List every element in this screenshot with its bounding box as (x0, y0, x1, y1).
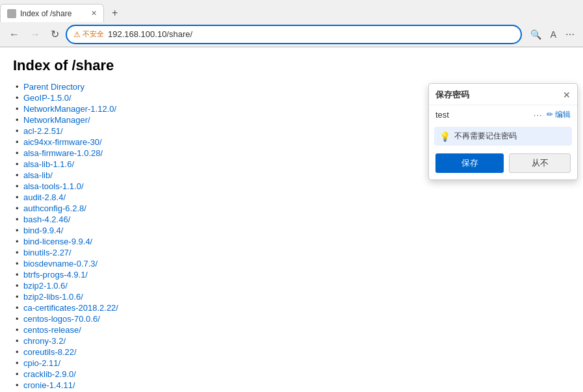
file-link[interactable]: coreutils-8.22/ (23, 347, 77, 357)
browser-menu-button[interactable]: ⋯ (562, 28, 578, 41)
file-link[interactable]: alsa-firmware-1.0.28/ (23, 148, 103, 158)
page-content: Index of /share Parent DirectoryGeoIP-1.… (0, 47, 583, 392)
popup-more-button[interactable]: ··· (534, 110, 543, 120)
file-link[interactable]: ca-certificates-2018.2.22/ (23, 303, 118, 313)
popup-reminder-text: 不再需要记住密码 (454, 131, 517, 142)
reload-button[interactable]: ↻ (47, 27, 63, 42)
list-item: bash-4.2.46/ (13, 215, 570, 224)
search-icon-button[interactable]: 🔍 (527, 28, 545, 41)
file-link[interactable]: audit-2.8.4/ (23, 192, 66, 202)
address-bar[interactable]: ⚠ 不安全 (66, 25, 522, 44)
file-link[interactable]: bzip2-1.0.6/ (23, 281, 68, 291)
back-button[interactable]: ← (5, 27, 23, 42)
popup-close-button[interactable]: ✕ (563, 90, 571, 100)
tab-title: Index of /share (20, 9, 87, 18)
lightbulb-icon: 💡 (439, 131, 450, 142)
list-item: bind-9.9.4/ (13, 226, 570, 235)
file-link[interactable]: GeoIP-1.5.0/ (23, 93, 71, 103)
list-item: binutils-2.27/ (13, 248, 570, 257)
file-link[interactable]: cracklib-2.9.0/ (23, 369, 76, 379)
file-link[interactable]: alsa-lib-1.1.6/ (23, 159, 74, 169)
list-item: ca-certificates-2018.2.22/ (13, 303, 570, 313)
save-password-popup: 保存密码 ✕ test ··· ✏ 编辑 💡 不再需要记住密码 保存 从不 (428, 83, 578, 180)
file-link[interactable]: NetworkManager/ (23, 115, 90, 125)
file-link[interactable]: alsa-lib/ (23, 170, 53, 180)
file-link[interactable]: Parent Directory (23, 82, 84, 92)
save-password-button[interactable]: 保存 (435, 153, 504, 173)
list-item: bind-license-9.9.4/ (13, 237, 570, 246)
list-item: audit-2.8.4/ (13, 192, 570, 202)
security-warning: ⚠ 不安全 (73, 29, 104, 39)
list-item: centos-release/ (13, 325, 570, 335)
read-aloud-button[interactable]: A (547, 28, 560, 41)
nav-bar: ← → ↻ ⚠ 不安全 🔍 A ⋯ (0, 22, 583, 47)
file-link[interactable]: bind-9.9.4/ (23, 226, 63, 235)
address-input[interactable] (108, 29, 514, 39)
popup-title: 保存密码 (435, 89, 469, 101)
popup-edit-button[interactable]: ✏ 编辑 (547, 109, 571, 120)
list-item: biosdevname-0.7.3/ (13, 259, 570, 268)
list-item: btrfs-progs-4.9.1/ (13, 270, 570, 280)
security-text: 不安全 (83, 29, 104, 39)
popup-user-row: test ··· ✏ 编辑 (429, 105, 577, 124)
popup-actions: 保存 从不 (429, 148, 577, 179)
file-link[interactable]: biosdevname-0.7.3/ (23, 259, 97, 268)
never-save-button[interactable]: 从不 (509, 153, 571, 173)
warning-icon: ⚠ (73, 30, 81, 39)
popup-username: test (435, 110, 530, 120)
list-item: cracklib-2.9.0/ (13, 369, 570, 379)
page-title: Index of /share (13, 57, 570, 74)
list-item: bzip2-1.0.6/ (13, 281, 570, 291)
tab-close-button[interactable]: ✕ (91, 9, 97, 18)
tab-favicon (7, 9, 16, 18)
file-link[interactable]: acl-2.2.51/ (23, 126, 63, 136)
popup-header: 保存密码 ✕ (429, 84, 577, 105)
forward-button[interactable]: → (26, 27, 44, 42)
nav-icons: 🔍 A ⋯ (527, 28, 578, 41)
list-item: bzip2-libs-1.0.6/ (13, 292, 570, 302)
browser-chrome: Index of /share ✕ + ← → ↻ ⚠ 不安全 🔍 A ⋯ (0, 0, 583, 47)
list-item: authconfig-6.2.8/ (13, 203, 570, 213)
file-link[interactable]: chrony-3.2/ (23, 336, 66, 346)
file-link[interactable]: alsa-tools-1.1.0/ (23, 181, 84, 191)
list-item: coreutils-8.22/ (13, 347, 570, 357)
file-link[interactable]: bash-4.2.46/ (23, 215, 70, 224)
file-link[interactable]: NetworkManager-1.12.0/ (23, 104, 116, 114)
list-item: alsa-tools-1.1.0/ (13, 181, 570, 191)
file-link[interactable]: cpio-2.11/ (23, 358, 60, 368)
file-link[interactable]: binutils-2.27/ (23, 248, 71, 257)
active-tab[interactable]: Index of /share ✕ (0, 4, 104, 22)
file-link[interactable]: authconfig-6.2.8/ (23, 203, 86, 213)
list-item: cronie-1.4.11/ (13, 380, 570, 390)
file-link[interactable]: centos-logos-70.0.6/ (23, 314, 100, 324)
tab-bar: Index of /share ✕ + (0, 0, 583, 22)
list-item: centos-logos-70.0.6/ (13, 314, 570, 324)
popup-reminder: 💡 不再需要记住密码 (434, 127, 572, 146)
file-link[interactable]: bzip2-libs-1.0.6/ (23, 292, 83, 302)
new-tab-button[interactable]: + (107, 7, 123, 19)
file-link[interactable]: centos-release/ (23, 325, 81, 335)
list-item: cpio-2.11/ (13, 358, 570, 368)
file-link[interactable]: aic94xx-firmware-30/ (23, 137, 102, 147)
file-link[interactable]: btrfs-progs-4.9.1/ (23, 270, 88, 280)
list-item: chrony-3.2/ (13, 336, 570, 346)
file-link[interactable]: bind-license-9.9.4/ (23, 237, 92, 246)
file-link[interactable]: cronie-1.4.11/ (23, 380, 75, 390)
